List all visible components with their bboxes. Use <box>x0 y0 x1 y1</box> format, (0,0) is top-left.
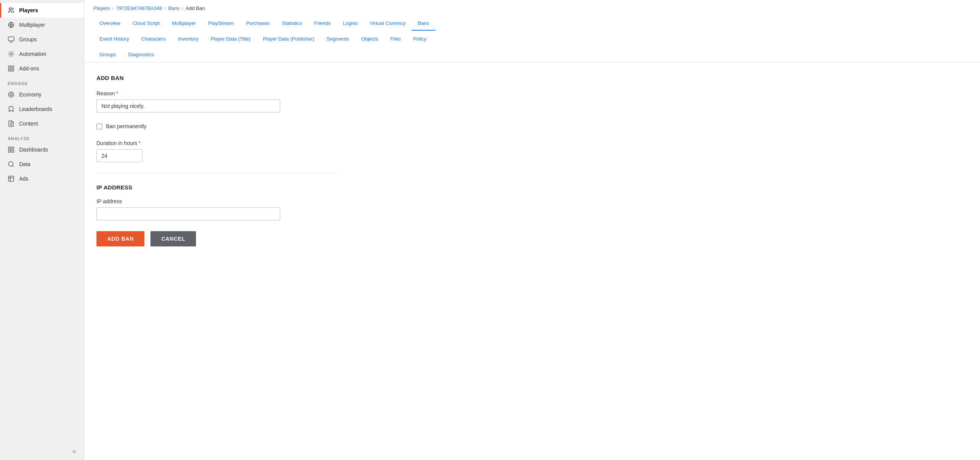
reason-required-star: * <box>116 90 118 96</box>
sidebar-label-data: Data <box>19 161 31 167</box>
sidebar-item-data[interactable]: Data <box>0 157 84 171</box>
breadcrumb-sep-2: › <box>164 6 166 11</box>
duration-label: Duration in hours * <box>96 140 340 146</box>
tab-diagnostics[interactable]: Diagnostics <box>122 48 160 62</box>
sidebar-label-multiplayer: Multiplayer <box>19 22 45 28</box>
breadcrumb-add-ban: Add Ban <box>186 5 205 11</box>
ip-section-title: IP ADDRESS <box>96 184 340 191</box>
reason-label: Reason * <box>96 90 340 96</box>
add-ban-button[interactable]: ADD BAN <box>96 231 144 246</box>
tab-groups[interactable]: Groups <box>93 48 122 62</box>
sidebar-label-groups: Groups <box>19 36 37 42</box>
sidebar-label-leaderboards: Leaderboards <box>19 106 52 112</box>
duration-input[interactable] <box>96 149 142 162</box>
tab-cloud-script[interactable]: Cloud Script <box>126 16 166 31</box>
sidebar-item-groups[interactable]: Groups <box>0 32 84 47</box>
content-icon <box>8 120 15 127</box>
ban-permanently-label[interactable]: Ban permanently <box>106 123 147 129</box>
sidebar-label-content: Content <box>19 121 38 127</box>
groups-icon <box>8 36 15 43</box>
leaderboards-icon <box>8 106 15 113</box>
svg-point-3 <box>10 53 12 55</box>
breadcrumb-players[interactable]: Players <box>93 5 110 11</box>
breadcrumb-player-id[interactable]: 7972E947487BA348 <box>116 5 162 11</box>
reason-group: Reason * <box>96 90 340 113</box>
svg-rect-5 <box>12 66 14 68</box>
breadcrumb-bans[interactable]: Bans <box>168 5 180 11</box>
ip-address-input[interactable] <box>96 207 280 220</box>
duration-group: Duration in hours * <box>96 140 340 162</box>
sidebar-item-dashboards[interactable]: Dashboards <box>0 142 84 157</box>
button-row: ADD BAN CANCEL <box>96 231 340 246</box>
tab-objects[interactable]: Objects <box>355 32 384 46</box>
sidebar-item-multiplayer[interactable]: Multiplayer <box>0 18 84 32</box>
sidebar-label-automation: Automation <box>19 51 46 57</box>
tab-policy[interactable]: Policy <box>407 32 433 46</box>
ban-permanently-row: Ban permanently <box>96 123 340 129</box>
engage-section-label: ENGAGE <box>0 76 84 87</box>
sidebar-label-addons: Add-ons <box>19 65 39 72</box>
svg-point-0 <box>9 8 11 10</box>
ip-address-label: IP address <box>96 198 340 204</box>
tab-playstream[interactable]: PlayStream <box>202 16 240 31</box>
duration-required-star: * <box>139 140 140 146</box>
automation-icon <box>8 51 15 57</box>
sidebar-label-dashboards: Dashboards <box>19 147 48 153</box>
sidebar-collapse-button[interactable]: « <box>0 443 84 460</box>
ban-permanently-checkbox[interactable] <box>96 124 102 129</box>
tab-multiplayer[interactable]: Multiplayer <box>166 16 202 31</box>
tab-friends[interactable]: Friends <box>308 16 337 31</box>
tabs-row-3: Groups Diagnostics <box>93 48 971 62</box>
svg-rect-2 <box>8 37 14 41</box>
ads-icon <box>8 175 15 182</box>
tab-virtual-currency[interactable]: Virtual Currency <box>364 16 412 31</box>
sidebar-item-content[interactable]: Content <box>0 116 84 131</box>
tab-characters[interactable]: Characters <box>135 32 172 46</box>
svg-rect-13 <box>12 147 14 149</box>
sidebar-label-players: Players <box>19 7 38 13</box>
sidebar-item-ads[interactable]: Ads <box>0 171 84 186</box>
svg-rect-14 <box>8 150 10 152</box>
tab-logins[interactable]: Logins <box>337 16 364 31</box>
add-ban-form: ADD BAN Reason * Ban permanently Duratio… <box>84 62 352 259</box>
tabs-row-1: Overview Cloud Script Multiplayer PlaySt… <box>93 16 971 31</box>
main-content: Players › 7972E947487BA348 › Bans › Add … <box>84 0 980 460</box>
tab-files[interactable]: Files <box>384 32 407 46</box>
sidebar-item-addons[interactable]: Add-ons <box>0 61 84 76</box>
sidebar-item-economy[interactable]: Economy <box>0 87 84 102</box>
tab-bans[interactable]: Bans <box>412 16 435 31</box>
tab-segments[interactable]: Segments <box>320 32 355 46</box>
svg-rect-12 <box>8 147 10 149</box>
svg-point-9 <box>10 93 12 96</box>
breadcrumb: Players › 7972E947487BA348 › Bans › Add … <box>93 5 971 11</box>
data-icon <box>8 161 15 168</box>
analyze-section-label: ANALYZE <box>0 131 84 142</box>
form-title: ADD BAN <box>96 75 340 81</box>
players-icon <box>8 7 15 14</box>
sidebar-label-ads: Ads <box>19 176 28 182</box>
tab-player-data-title[interactable]: Player Data (Title) <box>204 32 256 46</box>
svg-rect-4 <box>8 66 10 68</box>
tabs-row-2: Event History Characters Inventory Playe… <box>93 32 971 46</box>
divider <box>96 173 340 173</box>
dashboards-icon <box>8 146 15 153</box>
tab-player-data-publisher[interactable]: Player Data (Publisher) <box>257 32 320 46</box>
sidebar-item-players[interactable]: Players <box>0 3 84 18</box>
tab-purchases[interactable]: Purchases <box>240 16 276 31</box>
economy-icon <box>8 91 15 98</box>
tab-statistics[interactable]: Statistics <box>276 16 308 31</box>
collapse-icon: « <box>72 447 76 455</box>
svg-point-8 <box>8 92 14 97</box>
reason-input[interactable] <box>96 100 280 113</box>
ip-address-group: IP address <box>96 198 340 220</box>
tab-inventory[interactable]: Inventory <box>172 32 204 46</box>
sidebar-item-leaderboards[interactable]: Leaderboards <box>0 102 84 116</box>
breadcrumb-sep-1: › <box>112 6 114 11</box>
sidebar-item-automation[interactable]: Automation <box>0 47 84 61</box>
svg-rect-15 <box>12 150 14 152</box>
cancel-button[interactable]: CANCEL <box>150 231 196 246</box>
globe-icon <box>8 21 15 28</box>
tab-event-history[interactable]: Event History <box>93 32 135 46</box>
breadcrumb-sep-3: › <box>182 6 183 11</box>
tab-overview[interactable]: Overview <box>93 16 126 31</box>
